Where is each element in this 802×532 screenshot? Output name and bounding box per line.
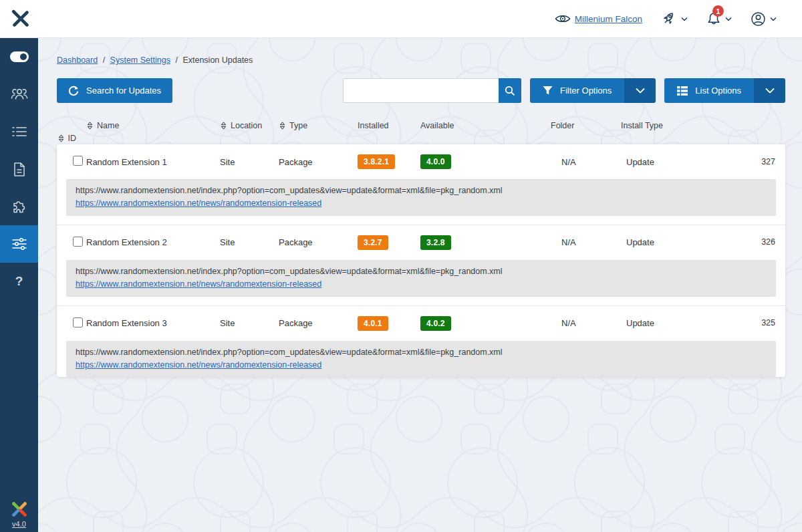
extension-type: Package [279, 237, 358, 247]
notification-count-badge: 1 [712, 5, 724, 17]
breadcrumb: Dashboard / System Settings / Extension … [57, 55, 785, 65]
table-header-row: Name Location Type Installed Available F… [57, 119, 785, 144]
breadcrumb-system-settings[interactable]: System Settings [110, 55, 170, 65]
sort-icon [279, 122, 286, 130]
update-news-link[interactable]: https://www.randomextension.net/news/ran… [76, 279, 321, 289]
main-sidebar: ? v4.0 [0, 38, 38, 532]
filter-options-label: Filter Options [560, 86, 612, 96]
bell-icon: 1 [706, 11, 721, 27]
menus-list-icon [11, 125, 27, 138]
extension-name: Random Extension 2 [86, 237, 220, 247]
table-row: Random Extension 1 Site Package 3.8.2.1 … [57, 144, 785, 216]
list-options-label: List Options [695, 86, 741, 96]
site-name-link[interactable]: Millenium Falcon [575, 14, 642, 24]
eye-icon [555, 13, 571, 24]
help-question-icon: ? [15, 274, 23, 289]
sort-icon [220, 122, 227, 130]
breadcrumb-current: Extension Updates [182, 55, 253, 65]
extension-id: 327 [761, 157, 785, 167]
table-row: Random Extension 2 Site Package 3.2.7 3.… [57, 225, 785, 297]
system-sliders-icon [11, 237, 27, 251]
search-input[interactable] [343, 78, 499, 103]
breadcrumb-dashboard[interactable]: Dashboard [57, 55, 98, 65]
extension-id: 326 [761, 237, 785, 247]
sidebar-item-toggle-menu[interactable] [0, 38, 38, 76]
sort-icon [57, 134, 65, 142]
breadcrumb-separator: / [103, 55, 105, 65]
sidebar-item-content[interactable] [0, 150, 38, 188]
extension-location: Site [220, 318, 279, 328]
update-news-link[interactable]: https://www.randomextension.net/news/ran… [76, 360, 321, 370]
table-row: Random Extension 3 Site Package 4.0.1 4.… [57, 305, 785, 378]
installed-version-badge: 3.2.7 [358, 235, 388, 250]
breadcrumb-separator: / [175, 55, 177, 65]
search-icon [505, 86, 515, 96]
chevron-down-icon [725, 17, 732, 21]
column-header-location[interactable]: Location [220, 121, 279, 130]
extension-type: Package [279, 318, 358, 328]
search-for-updates-label: Search for Updates [86, 86, 161, 96]
notifications-menu[interactable]: 1 [706, 11, 732, 27]
list-options-caret[interactable] [754, 78, 785, 103]
column-header-install-type: Install Type [621, 121, 785, 130]
extension-folder: N/A [551, 318, 621, 328]
sidebar-item-menus[interactable] [0, 113, 38, 150]
quick-links-menu[interactable] [661, 11, 688, 27]
extension-location: Site [220, 157, 279, 167]
search-for-updates-button[interactable]: Search for Updates [57, 78, 172, 103]
version-link[interactable]: v4.0 [12, 520, 26, 528]
column-header-type[interactable]: Type [279, 121, 358, 130]
top-header-bar: Millenium Falcon [0, 0, 802, 38]
main-content: Dashboard / System Settings / Extension … [38, 38, 802, 532]
sidebar-item-users[interactable] [0, 76, 38, 113]
chevron-down-icon [681, 17, 688, 21]
row-checkbox[interactable] [73, 237, 83, 247]
extension-install-type: Update [621, 157, 654, 167]
extension-install-type: Update [621, 318, 654, 328]
update-urls: https://www.randomextension.net/index.ph… [66, 260, 776, 297]
column-header-id[interactable]: ID [57, 134, 87, 143]
sidebar-footer: v4.0 [0, 499, 38, 532]
filter-options-button[interactable]: Filter Options [530, 78, 656, 103]
toolbar: Search for Updates [57, 78, 785, 103]
column-header-folder: Folder [551, 121, 621, 130]
extension-location: Site [220, 237, 279, 247]
components-puzzle-icon [11, 198, 27, 215]
extension-id: 325 [761, 318, 785, 328]
list-options-button[interactable]: List Options [664, 78, 785, 103]
extensions-table: Random Extension 1 Site Package 3.8.2.1 … [57, 144, 785, 377]
search-group [343, 78, 521, 103]
extension-name: Random Extension 3 [86, 318, 220, 328]
joomla-color-logo [9, 499, 29, 519]
sidebar-item-components[interactable] [0, 188, 38, 225]
filter-funnel-icon [543, 86, 553, 96]
list-table-icon [677, 86, 688, 96]
row-checkbox[interactable] [73, 156, 83, 166]
user-circle-icon [751, 11, 766, 27]
chevron-down-icon [770, 17, 777, 21]
row-checkbox[interactable] [73, 317, 83, 327]
column-header-name[interactable]: Name [86, 121, 220, 130]
joomla-admin-app: Millenium Falcon [0, 0, 802, 532]
column-header-installed: Installed [358, 121, 420, 130]
extension-install-type: Update [621, 237, 654, 247]
user-menu[interactable] [751, 11, 777, 27]
filter-options-caret[interactable] [624, 78, 656, 103]
update-urls: https://www.randomextension.net/index.ph… [66, 341, 776, 378]
site-preview[interactable]: Millenium Falcon [555, 13, 642, 24]
update-news-link[interactable]: https://www.randomextension.net/news/ran… [76, 198, 321, 208]
column-header-available: Available [420, 121, 551, 130]
available-version-badge: 4.0.2 [420, 316, 451, 331]
sort-icon [86, 122, 94, 130]
toggle-menu-icon [9, 51, 29, 63]
available-version-badge: 4.0.0 [420, 154, 451, 169]
available-version-badge: 3.2.8 [420, 235, 451, 250]
content-document-icon [13, 162, 26, 177]
sidebar-item-system[interactable] [0, 225, 38, 263]
extension-folder: N/A [551, 157, 621, 167]
sidebar-item-help[interactable]: ? [0, 263, 38, 300]
search-button[interactable] [499, 78, 521, 103]
extension-type: Package [279, 157, 358, 167]
update-detail-url: https://www.randomextension.net/index.ph… [76, 346, 767, 359]
installed-version-badge: 3.8.2.1 [358, 154, 395, 169]
